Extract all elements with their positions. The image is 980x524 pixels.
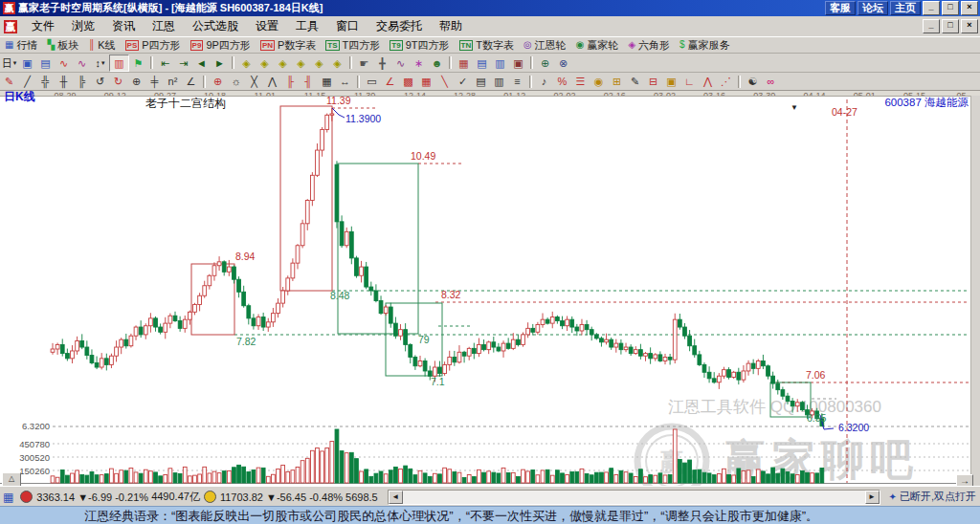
- child-minimize-button[interactable]: _: [923, 19, 940, 33]
- forum-link[interactable]: 论坛: [858, 1, 888, 15]
- piano-icon[interactable]: ♪: [535, 74, 553, 89]
- gold-section-icon[interactable]: ◉: [590, 74, 608, 89]
- face-icon[interactable]: ☻: [428, 55, 446, 71]
- quotes-button[interactable]: ▦行情: [0, 38, 42, 52]
- calculator-icon[interactable]: ▤: [473, 55, 491, 71]
- child-close-button[interactable]: ×: [961, 19, 978, 33]
- connection-status[interactable]: ✦ 已断开,双点打开: [886, 490, 976, 504]
- speed-line-icon[interactable]: ⋰: [717, 74, 735, 89]
- kline-style-icon[interactable]: ▥: [109, 55, 129, 72]
- gann-box-icon[interactable]: ▩: [399, 74, 417, 89]
- rotate-tool-icon[interactable]: ↻: [109, 74, 127, 89]
- circle-cross-icon[interactable]: ⊕: [127, 74, 145, 89]
- square-grid-icon[interactable]: ▦: [318, 74, 336, 89]
- sectors-button[interactable]: ▚板块: [42, 38, 83, 52]
- notebook-icon[interactable]: ▥: [491, 55, 509, 71]
- menu-帮助[interactable]: 帮助: [431, 16, 471, 36]
- hand-tool-icon[interactable]: ☛: [355, 55, 373, 71]
- price-grid-icon[interactable]: ╢: [300, 74, 318, 89]
- info-board-icon[interactable]: ▤: [36, 55, 55, 71]
- sun-grid-icon[interactable]: ☼: [227, 74, 245, 89]
- comb-grid-icon[interactable]: ╪: [145, 74, 164, 89]
- fan-lines-icon[interactable]: ∠: [381, 74, 399, 89]
- check-line-icon[interactable]: ✓: [454, 74, 472, 89]
- fine-grid-icon[interactable]: ▤: [472, 74, 490, 89]
- gann-line-icon[interactable]: ╱: [18, 74, 36, 89]
- t-number-table-button[interactable]: TNT数字表: [455, 38, 519, 52]
- shenzhen-index-icon[interactable]: [204, 491, 216, 503]
- menu-交易委托[interactable]: 交易委托: [368, 16, 431, 36]
- save-icon[interactable]: ▣: [509, 55, 527, 71]
- menu-窗口[interactable]: 窗口: [327, 16, 368, 36]
- support-link[interactable]: 客服: [825, 1, 856, 15]
- p-square-button[interactable]: PSP四方形: [121, 38, 186, 52]
- winner-wheel-button[interactable]: ◉赢家轮: [571, 38, 624, 52]
- angle-fan-icon[interactable]: ⋀: [699, 74, 717, 89]
- gold-box-icon[interactable]: ⊞: [608, 74, 626, 89]
- three-lines-icon[interactable]: ☰: [571, 74, 590, 89]
- pane-toggle-button[interactable]: △: [2, 472, 21, 487]
- menu-设置[interactable]: 设置: [247, 16, 287, 36]
- yinyang-icon[interactable]: ☯: [744, 74, 762, 89]
- kline-small-icon[interactable]: ∿: [55, 55, 73, 71]
- t9-square-button[interactable]: T99T四方形: [385, 38, 454, 52]
- half-box-icon[interactable]: ⊟: [644, 74, 662, 89]
- parallel-lines-icon[interactable]: ≡: [508, 74, 526, 89]
- scale-dropdown[interactable]: ↕▾: [91, 55, 109, 71]
- chart-canvas[interactable]: 赢江恩工具软件 QQ:100800360赢家聊吧11.3911.390010.4…: [0, 96, 980, 486]
- kline-button[interactable]: ║K线: [83, 38, 120, 52]
- minimize-button[interactable]: _: [923, 1, 940, 15]
- grid-x-icon[interactable]: ╳: [245, 74, 263, 89]
- angle-tool-icon[interactable]: ∠: [182, 74, 200, 89]
- close-button[interactable]: ×: [961, 1, 978, 15]
- hexagon-button[interactable]: ◈六角形: [623, 38, 675, 52]
- gann-wheel-button[interactable]: ◎江恩轮: [519, 38, 571, 52]
- status-scroll-left-icon[interactable]: ◄: [389, 491, 403, 504]
- first-bar-icon[interactable]: ⇤: [156, 55, 174, 71]
- cycle-tool-icon[interactable]: ↺: [91, 74, 109, 89]
- menu-江恩[interactable]: 江恩: [144, 16, 184, 36]
- percent-icon[interactable]: %: [553, 74, 571, 89]
- arrow-pen-icon[interactable]: ✎: [626, 74, 644, 89]
- n-square-icon[interactable]: n²: [164, 74, 182, 89]
- star-tool-icon[interactable]: ∗: [410, 55, 428, 71]
- zigzag-tool-icon[interactable]: ∿: [391, 55, 410, 71]
- target-icon[interactable]: ⊕: [209, 74, 227, 89]
- winner-service-button[interactable]: $赢家服务: [675, 38, 735, 52]
- gann-grid-up-icon[interactable]: ╬: [36, 74, 55, 89]
- menu-资讯[interactable]: 资讯: [103, 16, 144, 36]
- indicator-flag-icon[interactable]: ⚑: [129, 55, 147, 71]
- restore-button[interactable]: □: [942, 1, 959, 15]
- gann-diamond-5-icon[interactable]: ◈: [310, 55, 328, 71]
- menu-浏览[interactable]: 浏览: [63, 16, 103, 36]
- prev-bar-icon[interactable]: ◄: [192, 55, 211, 71]
- status-scrollbar[interactable]: ◄ ►: [388, 490, 880, 505]
- child-restore-button[interactable]: □: [942, 19, 959, 33]
- menu-工具[interactable]: 工具: [287, 16, 327, 36]
- net-sync-icon[interactable]: ⊗: [554, 55, 572, 71]
- time-grid-icon[interactable]: ╟: [281, 74, 300, 89]
- p9-square-button[interactable]: P99P四方形: [186, 38, 256, 52]
- gann-diamond-1-icon[interactable]: ◈: [237, 55, 256, 71]
- t-square-button[interactable]: TST四方形: [321, 38, 385, 52]
- homepage-link[interactable]: 主页: [890, 1, 921, 15]
- p-number-table-button[interactable]: PNP数字表: [256, 38, 321, 52]
- menu-文件[interactable]: 文件: [23, 16, 63, 36]
- gann-grid-down-icon[interactable]: ╫: [55, 74, 73, 89]
- peak-marks-icon[interactable]: ⋀: [263, 74, 281, 89]
- next-bar-icon[interactable]: ►: [211, 55, 229, 71]
- trend-line-icon[interactable]: ╲: [435, 74, 454, 89]
- arrows-h-icon[interactable]: ↔: [336, 74, 354, 89]
- gold-rect-icon[interactable]: ▣: [662, 74, 680, 89]
- gann-diamond-3-icon[interactable]: ◈: [274, 55, 292, 71]
- status-scroll-right-icon[interactable]: ►: [865, 491, 880, 504]
- gann-diamond-2-icon[interactable]: ◈: [256, 55, 274, 71]
- calendar-icon[interactable]: ▦: [455, 55, 473, 71]
- layout-mode-icon[interactable]: ▣: [18, 55, 36, 71]
- gann-diamond-4-icon[interactable]: ◈: [292, 55, 310, 71]
- chart-area[interactable]: 赢江恩工具软件 QQ:100800360赢家聊吧11.3911.390010.4…: [0, 96, 980, 486]
- last-bar-icon[interactable]: ⇥: [174, 55, 192, 71]
- dense-grid-icon[interactable]: ▥: [490, 74, 508, 89]
- crosshair-tool-icon[interactable]: ╋: [373, 55, 391, 71]
- infinity-icon[interactable]: ∞: [762, 74, 780, 89]
